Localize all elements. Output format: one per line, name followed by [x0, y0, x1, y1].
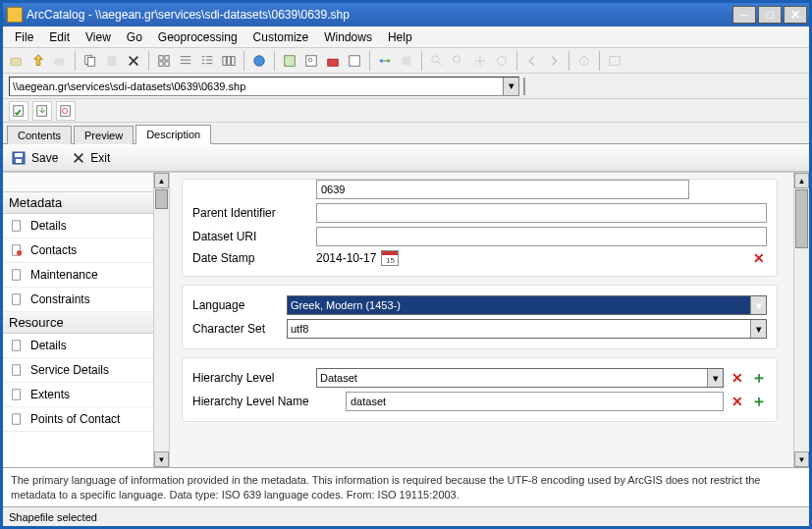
minimize-button[interactable]: ─: [732, 6, 756, 24]
svg-rect-9: [223, 56, 227, 65]
calendar-icon[interactable]: 15: [381, 250, 399, 266]
scroll-up-icon[interactable]: ▲: [794, 173, 809, 188]
connect-folder-icon[interactable]: [7, 51, 27, 71]
back-icon[interactable]: [522, 51, 542, 71]
constraints-icon: [9, 291, 25, 307]
up-icon[interactable]: [28, 51, 48, 71]
catalog-tree-icon[interactable]: [280, 51, 299, 71]
delete-icon[interactable]: [124, 51, 143, 71]
hierarchy-add-icon[interactable]: ＋: [751, 370, 767, 386]
thumbnails-icon[interactable]: [219, 51, 239, 71]
parent-identifier-input[interactable]: [316, 203, 767, 223]
paste-icon[interactable]: [102, 51, 122, 71]
dataset-uri-input[interactable]: [316, 227, 767, 246]
window-title: ArcCatalog - \\aegean.gr\services\sdi-da…: [27, 8, 732, 22]
hierarchy-name-input[interactable]: [346, 392, 724, 411]
status-bar: Shapefile selected: [3, 506, 809, 526]
dropdown-icon[interactable]: ▾: [707, 369, 723, 387]
location-dropdown-icon[interactable]: ▾: [503, 78, 518, 95]
svg-rect-33: [16, 159, 22, 163]
save-icon: [11, 150, 27, 166]
location-input[interactable]: [10, 80, 503, 92]
dropdown-icon[interactable]: ▾: [750, 320, 766, 338]
scroll-up-icon[interactable]: ▲: [154, 173, 169, 188]
menu-view[interactable]: View: [78, 28, 119, 46]
python-icon[interactable]: [345, 51, 364, 71]
date-delete-icon[interactable]: ✕: [751, 250, 767, 266]
pan-icon[interactable]: [470, 51, 490, 71]
menu-customize[interactable]: Customize: [245, 28, 317, 46]
svg-rect-16: [328, 59, 339, 66]
sidebar-item-contacts[interactable]: Contacts: [3, 238, 153, 263]
scroll-thumb[interactable]: [795, 189, 808, 248]
arcmap-icon[interactable]: [249, 51, 269, 71]
sidebar-item-maintenance[interactable]: Maintenance: [3, 263, 153, 288]
location-box: ▾: [9, 77, 519, 96]
forward-icon[interactable]: [544, 51, 564, 71]
properties-icon[interactable]: [56, 101, 76, 121]
copy-icon[interactable]: [81, 51, 100, 71]
svg-point-21: [432, 55, 439, 62]
export-icon[interactable]: [32, 101, 52, 121]
menu-help[interactable]: Help: [380, 28, 420, 46]
close-button[interactable]: ✕: [784, 6, 807, 24]
details-icon[interactable]: [197, 51, 217, 71]
toolbox-icon[interactable]: [323, 51, 343, 71]
sidebar-item-extents[interactable]: Extents: [3, 383, 153, 407]
search-icon[interactable]: [301, 51, 321, 71]
environments-icon[interactable]: [397, 51, 416, 71]
scroll-thumb[interactable]: [155, 189, 168, 209]
zoom-out-icon[interactable]: [449, 51, 468, 71]
svg-rect-40: [13, 365, 21, 376]
menu-edit[interactable]: Edit: [41, 28, 78, 46]
zoom-in-icon[interactable]: [427, 51, 447, 71]
large-icons-icon[interactable]: [154, 51, 174, 71]
identify-icon[interactable]: i: [574, 51, 594, 71]
hierarchy-level-select[interactable]: Dataset ▾: [316, 368, 724, 388]
scroll-down-icon[interactable]: ▼: [154, 451, 169, 467]
svg-text:i: i: [583, 57, 585, 64]
menubar: File Edit View Go Geoprocessing Customiz…: [3, 26, 809, 48]
sidebar-section-metadata: Metadata: [3, 192, 153, 214]
tab-description[interactable]: Description: [135, 125, 211, 144]
exit-button[interactable]: Exit: [72, 151, 110, 165]
maximize-button[interactable]: □: [758, 6, 782, 24]
menu-windows[interactable]: Windows: [316, 28, 380, 46]
svg-rect-14: [306, 55, 317, 66]
sidebar-item-points-of-contact[interactable]: Points of Contact: [3, 407, 153, 432]
menu-go[interactable]: Go: [119, 28, 150, 46]
sidebar-scrollbar[interactable]: ▲ ▼: [153, 173, 169, 467]
hierarchy-name-delete-icon[interactable]: ✕: [730, 394, 745, 409]
list-icon[interactable]: [176, 51, 195, 71]
sidebar-item-service-details[interactable]: Service Details: [3, 358, 153, 383]
file-identifier-input[interactable]: [316, 180, 689, 199]
hierarchy-name-add-icon[interactable]: ＋: [751, 394, 767, 409]
tab-preview[interactable]: Preview: [74, 126, 134, 144]
save-button[interactable]: Save: [11, 150, 58, 166]
model-icon[interactable]: [375, 51, 395, 71]
extents-icon: [9, 387, 25, 402]
svg-rect-27: [14, 105, 24, 116]
validate-icon[interactable]: [9, 101, 28, 121]
scroll-down-icon[interactable]: ▼: [794, 451, 809, 467]
charset-select[interactable]: utf8 ▾: [287, 319, 767, 339]
language-select[interactable]: Greek, Modern (1453-) ▾: [287, 295, 767, 315]
svg-point-19: [387, 59, 391, 63]
sidebar-top-blank: [3, 173, 153, 192]
hierarchy-delete-icon[interactable]: ✕: [730, 370, 745, 386]
disconnect-icon[interactable]: [50, 51, 70, 71]
metadata-toolbar: [3, 99, 809, 123]
sidebar-item-res-details[interactable]: Details: [3, 334, 153, 358]
main-scrollbar[interactable]: ▲ ▼: [793, 173, 809, 467]
svg-point-23: [498, 56, 507, 65]
sidebar-item-details[interactable]: Details: [3, 214, 153, 238]
menu-geoprocessing[interactable]: Geoprocessing: [150, 28, 245, 46]
sidebar-item-constraints[interactable]: Constraints: [3, 288, 153, 312]
dropdown-icon[interactable]: ▾: [750, 296, 766, 314]
create-thumbnail-icon[interactable]: [605, 51, 624, 71]
menu-file[interactable]: File: [7, 28, 41, 46]
tab-contents[interactable]: Contents: [7, 126, 72, 144]
svg-rect-32: [15, 153, 23, 157]
full-extent-icon[interactable]: [492, 51, 512, 71]
svg-rect-10: [227, 56, 231, 65]
